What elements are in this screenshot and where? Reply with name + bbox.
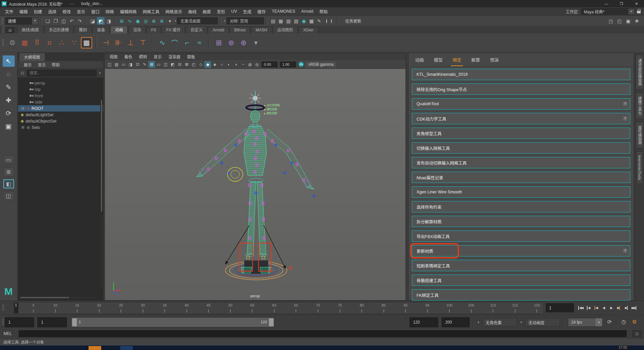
tool-lasso-select[interactable]: ◌ <box>3 68 15 80</box>
snap-overflow-icon[interactable]: ▾ <box>166 17 174 25</box>
character-set-dropdown-icon[interactable]: ▾ <box>478 321 479 324</box>
snap-point-icon[interactable]: ◉ <box>134 17 142 25</box>
shelf-insert-key-top-icon[interactable]: ⊥ <box>125 37 136 48</box>
camera-attrs-icon[interactable]: ▤ <box>113 61 120 68</box>
layout-saved[interactable]: ◫ <box>3 191 14 200</box>
tool-button-KTL_SmartKinematic_2019[interactable]: KTL_SmartKinematic_2019 <box>412 69 630 80</box>
file-save-icon[interactable]: ◫ <box>60 17 67 25</box>
gamma-field[interactable]: 1.00 <box>280 61 296 67</box>
bookmark-icon[interactable]: ▭ <box>120 61 127 68</box>
shelf-tab-MASH[interactable]: MASH <box>251 27 272 33</box>
tool-button-切换输入网格工具[interactable]: 切换输入网格工具 <box>412 142 630 154</box>
tool-button-移除无用的Orig Shape节点[interactable]: 移除无用的Orig Shape节点 <box>412 83 630 95</box>
shelf-tab-Bifrost[interactable]: Bifrost <box>229 27 250 33</box>
tab-模型[interactable]: 模型 <box>434 56 443 63</box>
task-update-button[interactable]: 任务更新 <box>345 18 361 24</box>
outliner-item-front[interactable]: ◼◀front <box>18 93 103 99</box>
shelf-active-tool-icon[interactable]: ▦ <box>81 37 92 48</box>
tool-button-QualothTool[interactable]: QualothTool? <box>412 98 630 110</box>
safe-title-icon[interactable]: ◰ <box>190 61 197 68</box>
layout-single-pane[interactable]: ▭ <box>3 155 14 164</box>
character-set-field[interactable]: 无角色集 <box>482 318 517 327</box>
menu-网格工具[interactable]: 网格工具 <box>140 8 162 15</box>
menu-生成[interactable]: 生成 <box>240 8 255 15</box>
pause-icon[interactable]: ❙ ❙ <box>325 19 333 23</box>
undo-icon[interactable]: ↶ <box>68 17 75 25</box>
snap-view-plane-icon[interactable]: ⊕ <box>150 17 158 25</box>
wireframe-mode-icon[interactable]: ◇ <box>197 61 204 68</box>
chevron-down-icon[interactable]: ▼ <box>628 9 634 14</box>
shelf-tab-运动图形[interactable]: 运动图形 <box>273 26 298 33</box>
viewport-canvas[interactable]: ◆动力学控制◆弹性控制◆属性控制 persp <box>105 69 406 300</box>
viewport-menu-面板[interactable]: 面板 <box>184 54 198 59</box>
expand-icon[interactable]: ⊞ <box>21 106 25 111</box>
shelf-set-driven-key-icon[interactable]: ∴ <box>56 37 67 48</box>
drag-handle[interactable] <box>2 304 4 311</box>
play-backwards-button[interactable]: ◀ <box>600 304 607 312</box>
shelf-overflow-icon[interactable]: ▾ <box>250 37 262 48</box>
menu-帮助[interactable]: 帮助 <box>316 8 331 15</box>
tool-select[interactable]: ↖ <box>3 55 15 67</box>
menu-创建[interactable]: 创建 <box>31 8 45 15</box>
shelf-insert-key-bottom-icon[interactable]: ⊤ <box>137 37 149 48</box>
shelf-tab-雕刻[interactable]: 雕刻 <box>74 26 92 33</box>
taskbar-app-icon[interactable] <box>120 346 133 350</box>
menu-网格显示[interactable]: 网格显示 <box>162 8 185 15</box>
resolution-gate-icon[interactable]: ◫ <box>162 61 169 68</box>
pan-zoom-2d-icon[interactable]: ⊡ <box>134 61 141 68</box>
snap-grid-icon[interactable]: ⊞ <box>118 17 126 25</box>
textured-mode-icon[interactable]: ◈ <box>211 61 218 68</box>
auto-keyframe-icon[interactable]: ◷ <box>621 319 626 325</box>
shelf-constraint-point-icon[interactable]: ⊚ <box>225 37 237 48</box>
select-object-icon[interactable]: ◩ <box>97 17 105 25</box>
animation-end-field[interactable]: 200 <box>442 317 470 327</box>
ipr-render-icon[interactable]: ▩ <box>308 17 315 25</box>
minimize-button[interactable]: — <box>599 0 614 7</box>
select-component-icon[interactable]: ◨ <box>105 17 113 25</box>
viewport-menu-显示[interactable]: 显示 <box>150 54 165 59</box>
menu-set-select[interactable]: 建模 ▼ <box>5 17 38 25</box>
menu-曲面[interactable]: 曲面 <box>199 8 214 15</box>
outliner-menu-展示[interactable]: 展示 <box>21 62 35 67</box>
playback-loop-icon[interactable]: ⟳ <box>607 319 612 325</box>
grid-toggle-icon[interactable]: ⊞ <box>148 61 155 68</box>
tool-scale[interactable]: ▣ <box>3 121 15 132</box>
help-icon[interactable]: ? <box>622 116 628 121</box>
file-new-icon[interactable]: ❑ <box>44 17 51 25</box>
outliner-item-side[interactable]: ◼◀side <box>18 99 103 105</box>
exposure-field[interactable]: 0.00 <box>262 61 278 67</box>
current-frame-marker[interactable]: 1 <box>14 303 18 313</box>
close-button[interactable]: ✕ <box>629 0 644 7</box>
layout-four-pane[interactable]: ⊞ <box>3 167 14 176</box>
help-icon[interactable]: ? <box>622 101 628 107</box>
tool-button-更新材质[interactable]: 更新材质? <box>412 245 630 256</box>
outliner-horizontal-scrollbar[interactable] <box>19 296 99 299</box>
menu-UV[interactable]: UV <box>228 9 240 14</box>
tool-button-选择所有约束[interactable]: 选择所有约束 <box>412 201 630 212</box>
outliner-menu-显示[interactable]: 显示 <box>35 62 49 67</box>
shelf-tab-装备[interactable]: 装备 <box>92 26 110 33</box>
viewport-menu-着色[interactable]: 着色 <box>121 54 136 59</box>
shelf-insert-key-center-icon[interactable]: ⊪ <box>113 37 124 48</box>
time-ruler[interactable]: 1 51015202530354045505560657075808590951… <box>13 302 544 314</box>
menu-Arnold[interactable]: Arnold <box>298 9 316 14</box>
shelf-constraint-orient-icon[interactable]: ⊛ <box>238 37 249 48</box>
playback-end-field[interactable]: 120 <box>410 317 438 327</box>
isolate-select-icon[interactable]: ◎ <box>254 61 260 68</box>
paint-effects-icon[interactable]: ✎ <box>315 17 323 25</box>
surface-dropdown-icon[interactable]: ▾ <box>175 19 176 22</box>
menu-显示[interactable]: 显示 <box>74 8 88 15</box>
shelf-insert-key-left-icon[interactable]: ⊣ <box>100 37 112 48</box>
playback-start-field[interactable]: 1 <box>37 317 67 327</box>
shelf-constraint-parent-icon[interactable]: ⊞ <box>213 37 224 48</box>
drag-handle[interactable] <box>1 17 4 25</box>
tool-button-发布自动切换输入网格工具[interactable]: 发布自动切换输入网格工具 <box>412 157 630 168</box>
gate-mask-icon[interactable]: ◩ <box>169 61 176 68</box>
chevron-down-icon[interactable]: ▼ <box>32 18 38 24</box>
go-to-playback-start-button[interactable]: ◀◀ <box>577 304 584 312</box>
step-forward-key-button[interactable]: ▶ <box>616 304 622 312</box>
dock-tab-建模工具包[interactable]: 建模工具包 <box>636 93 644 119</box>
pose-editor-icon[interactable]: ◰ <box>616 17 623 25</box>
tool-button-骨骼搭建工具[interactable]: 骨骼搭建工具 <box>412 275 630 286</box>
chevron-down-icon[interactable]: ▼ <box>596 318 602 326</box>
